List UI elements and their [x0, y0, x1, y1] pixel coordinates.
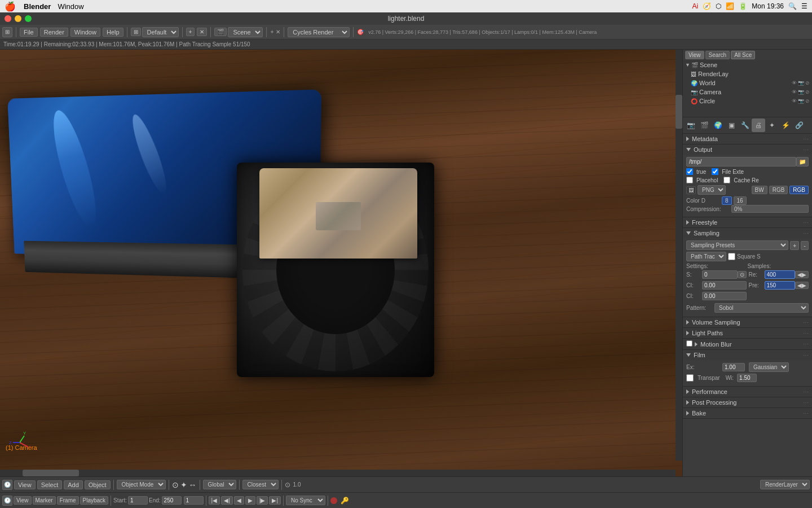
search-button[interactable]: Search — [705, 51, 730, 59]
file-ext-check[interactable] — [712, 168, 718, 175]
play-btn[interactable]: ▶ — [245, 496, 255, 505]
scene-props-icon[interactable]: 🎬 — [698, 119, 711, 132]
restrict-icon-world[interactable]: ⊘ — [805, 80, 810, 86]
filter-select[interactable]: Gaussian — [749, 362, 789, 372]
sync-select[interactable]: No Sync — [286, 496, 325, 505]
pre-arrow[interactable]: ◀▶ — [795, 282, 809, 289]
browse-path-btn[interactable]: 📁 — [796, 157, 809, 167]
view-button[interactable]: View — [685, 51, 704, 59]
preset-add-btn[interactable]: + — [790, 241, 799, 250]
viewport-scrollbar-v[interactable] — [676, 50, 682, 461]
prev-frame-btn[interactable]: ◀| — [221, 496, 233, 505]
re-arrow[interactable]: ◀▶ — [795, 271, 809, 278]
motion-blur-check[interactable] — [686, 340, 692, 348]
performance-section[interactable]: Performance ⋯ — [683, 387, 812, 397]
next-frame-btn[interactable]: |▶ — [257, 496, 268, 505]
tree-item-scene[interactable]: ▼ 🎬 Scene — [683, 60, 812, 69]
all-scenes-button[interactable]: All Sce — [731, 51, 755, 59]
overwrite-check[interactable] — [686, 168, 693, 175]
maximize-button[interactable] — [25, 15, 32, 22]
s-input[interactable] — [702, 270, 738, 279]
motion-blur-checkbox[interactable] — [686, 340, 692, 347]
eye-icon-world[interactable]: 👁 — [792, 80, 797, 86]
scrollbar-thumb-h[interactable] — [23, 470, 79, 476]
render-icon-camera[interactable]: 📷 — [798, 89, 804, 95]
tree-item-circle[interactable]: ⭕ Circle 👁 📷 ⊘ — [683, 97, 812, 106]
viewport-selector[interactable]: ⊞ — [2, 27, 12, 37]
format-select[interactable]: PNG — [698, 185, 726, 195]
output-path-input[interactable] — [686, 157, 796, 167]
modifier-props-icon[interactable]: 🔧 — [738, 119, 752, 132]
compress-bar[interactable]: 0% — [731, 205, 809, 213]
post-processing-section[interactable]: Post Processing ⋯ — [683, 397, 812, 408]
view-btn[interactable]: View — [14, 480, 36, 489]
square-samples-check[interactable] — [728, 253, 735, 260]
rgb-btn[interactable]: RGB — [769, 186, 788, 194]
pre-input[interactable] — [765, 281, 796, 290]
record-btn[interactable] — [330, 497, 337, 504]
object-btn[interactable]: Object — [85, 480, 111, 489]
tree-item-renderlayer[interactable]: 🖼 RenderLay — [683, 69, 812, 78]
re-input[interactable] — [765, 270, 796, 279]
s-dial[interactable]: ⊙ — [738, 271, 747, 278]
sampling-header[interactable]: Sampling ⋯ — [683, 228, 812, 238]
engine-select[interactable]: Cycles Render — [288, 27, 350, 37]
render-icon-circle[interactable]: 📷 — [798, 98, 804, 104]
frame-btn[interactable]: Frame — [57, 496, 79, 505]
ci1-input[interactable] — [702, 281, 747, 290]
particles-icon[interactable]: ✦ — [765, 119, 779, 132]
restrict-icon-circle[interactable]: ⊘ — [805, 98, 810, 104]
minimize-button[interactable] — [15, 15, 21, 22]
search-icon[interactable]: 🔍 — [788, 2, 797, 10]
width-input[interactable] — [737, 374, 757, 382]
window-menu[interactable]: Window — [58, 2, 83, 11]
placeholder-check[interactable] — [686, 177, 693, 183]
layout-select[interactable]: Default — [142, 27, 179, 37]
manipulator-icon[interactable]: ↔ — [189, 480, 197, 489]
file-menu-btn[interactable]: File — [20, 28, 38, 37]
render-viewport[interactable]: (1) Camera X Y Z — [0, 50, 682, 476]
scene-select[interactable]: Scene — [228, 27, 263, 37]
current-frame-input[interactable] — [184, 496, 204, 505]
add-btn[interactable]: Add — [64, 480, 83, 489]
select-btn[interactable]: Select — [37, 480, 63, 489]
presets-select[interactable]: Sampling Presets — [686, 240, 788, 250]
pivot-icon[interactable]: ✦ — [180, 480, 187, 489]
motion-blur-section[interactable]: Motion Blur ⋯ — [683, 339, 812, 350]
transparent-check[interactable] — [686, 374, 694, 382]
volume-sampling-section[interactable]: Volume Sampling ⋯ — [683, 317, 812, 328]
freestyle-section[interactable]: Freestyle ⋯ — [683, 217, 812, 228]
output-header[interactable]: Output ⋯ — [683, 144, 812, 155]
depth-8-btn[interactable]: 8 — [722, 196, 732, 205]
jump-end-btn[interactable]: ▶| — [269, 496, 281, 505]
depth-16-btn[interactable]: 16 — [734, 196, 747, 205]
global-select[interactable]: Global — [203, 480, 236, 489]
apple-menu[interactable]: 🍎 — [5, 1, 16, 12]
rgba-btn[interactable]: RGB — [789, 186, 809, 194]
object-props-icon[interactable]: ▣ — [725, 119, 738, 132]
preset-remove-btn[interactable]: - — [801, 241, 809, 250]
light-paths-section[interactable]: Light Paths ⋯ — [683, 328, 812, 339]
marker-btn[interactable]: Marker — [33, 496, 56, 505]
eye-icon-circle[interactable]: 👁 — [792, 98, 797, 104]
playback-btn[interactable]: Playback — [80, 496, 109, 505]
render-output-icon[interactable]: 🖨 — [752, 119, 765, 132]
ci2-input[interactable] — [702, 292, 747, 300]
end-frame-input[interactable] — [162, 496, 182, 505]
pattern-select[interactable]: Sobol — [714, 303, 809, 313]
viewport-scrollbar-h[interactable] — [0, 470, 676, 476]
bake-section[interactable]: Bake ⋯ — [683, 408, 812, 419]
tree-item-camera[interactable]: 📷 Camera 👁 📷 ⊘ — [683, 87, 812, 97]
bw-btn[interactable]: BW — [752, 186, 767, 194]
exposure-input[interactable] — [722, 363, 745, 371]
tree-item-world[interactable]: 🌍 World 👁 📷 ⊘ — [683, 78, 812, 87]
restrict-icon-camera[interactable]: ⊘ — [805, 89, 810, 95]
world-props-icon[interactable]: 🌍 — [711, 119, 725, 132]
constraints-icon[interactable]: 🔗 — [792, 119, 806, 132]
render-menu-btn[interactable]: Render — [40, 28, 68, 37]
snap-select[interactable]: Closest — [242, 480, 279, 489]
menu-icon[interactable]: ☰ — [801, 2, 807, 10]
cache-result-check[interactable] — [723, 177, 730, 183]
method-select[interactable]: Path Trac — [686, 252, 726, 261]
close-button[interactable] — [5, 15, 11, 22]
